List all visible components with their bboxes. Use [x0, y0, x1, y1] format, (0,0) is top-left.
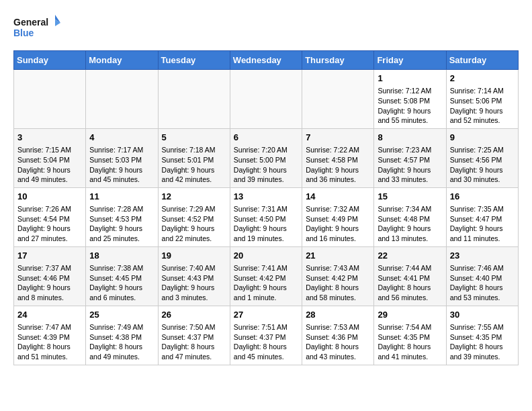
day-info: Sunrise: 7:44 AM — [378, 263, 442, 273]
day-info: Sunset: 4:57 PM — [378, 155, 442, 165]
day-info: Sunset: 4:41 PM — [378, 273, 442, 283]
day-info: Daylight: 9 hours and 16 minutes. — [306, 224, 370, 243]
day-info: Sunset: 4:46 PM — [17, 273, 82, 283]
day-info: Sunrise: 7:15 AM — [17, 145, 82, 155]
day-number: 15 — [378, 191, 442, 203]
calendar-cell — [86, 70, 158, 129]
calendar-cell: 9Sunrise: 7:25 AMSunset: 4:56 PMDaylight… — [446, 128, 518, 187]
day-number: 30 — [450, 309, 515, 321]
day-info: Sunset: 4:47 PM — [450, 214, 515, 224]
day-info: Daylight: 9 hours and 25 minutes. — [89, 224, 154, 243]
day-info: Sunset: 4:40 PM — [450, 273, 515, 283]
calendar-cell: 27Sunrise: 7:51 AMSunset: 4:37 PMDayligh… — [230, 306, 302, 365]
day-info: Daylight: 9 hours and 42 minutes. — [162, 165, 226, 185]
calendar-cell: 29Sunrise: 7:54 AMSunset: 4:35 PMDayligh… — [374, 306, 446, 365]
day-info: Daylight: 9 hours and 13 minutes. — [378, 224, 442, 243]
calendar-cell: 16Sunrise: 7:35 AMSunset: 4:47 PMDayligh… — [446, 187, 518, 246]
day-info: Sunset: 5:01 PM — [162, 155, 226, 165]
day-number: 3 — [17, 132, 82, 144]
day-info: Daylight: 9 hours and 19 minutes. — [234, 224, 298, 243]
day-info: Sunrise: 7:53 AM — [306, 322, 370, 332]
day-number: 21 — [306, 250, 370, 262]
day-info: Daylight: 9 hours and 30 minutes. — [450, 165, 515, 185]
day-info: Daylight: 8 hours and 47 minutes. — [162, 342, 226, 361]
day-info: Sunset: 4:36 PM — [306, 332, 370, 342]
day-info: Sunset: 5:03 PM — [89, 155, 154, 165]
calendar-cell: 1Sunrise: 7:12 AMSunset: 5:08 PMDaylight… — [374, 70, 446, 129]
day-info: Daylight: 9 hours and 39 minutes. — [234, 165, 298, 185]
day-info: Sunrise: 7:47 AM — [17, 322, 82, 332]
day-info: Sunset: 4:45 PM — [89, 273, 154, 283]
day-number: 9 — [450, 132, 515, 144]
day-info: Sunrise: 7:29 AM — [162, 204, 226, 214]
day-number: 6 — [234, 132, 298, 144]
day-info: Daylight: 9 hours and 33 minutes. — [378, 165, 442, 185]
day-info: Sunset: 5:08 PM — [378, 96, 442, 106]
day-info: Sunrise: 7:25 AM — [450, 145, 515, 155]
day-info: Sunrise: 7:43 AM — [306, 263, 370, 273]
calendar-cell: 4Sunrise: 7:17 AMSunset: 5:03 PMDaylight… — [86, 128, 158, 187]
day-number: 14 — [306, 191, 370, 203]
calendar-cell: 18Sunrise: 7:38 AMSunset: 4:45 PMDayligh… — [86, 246, 158, 306]
day-of-week-friday: Friday — [374, 51, 446, 70]
day-info: Sunrise: 7:51 AM — [234, 322, 298, 332]
day-info: Sunset: 4:43 PM — [162, 273, 226, 283]
day-info: Sunset: 4:49 PM — [306, 214, 370, 224]
day-info: Daylight: 8 hours and 51 minutes. — [17, 342, 82, 361]
day-number: 5 — [162, 132, 226, 144]
calendar-cell — [14, 70, 86, 129]
day-info: Sunrise: 7:26 AM — [17, 204, 82, 214]
day-number: 4 — [89, 132, 154, 144]
day-info: Sunset: 4:50 PM — [234, 214, 298, 224]
day-info: Sunrise: 7:32 AM — [306, 204, 370, 214]
day-info: Sunrise: 7:49 AM — [89, 322, 154, 332]
day-info: Sunset: 5:00 PM — [234, 155, 298, 165]
day-info: Daylight: 9 hours and 11 minutes. — [450, 224, 515, 243]
day-info: Sunrise: 7:31 AM — [234, 204, 298, 214]
calendar-cell — [302, 70, 374, 129]
day-info: Sunrise: 7:50 AM — [162, 322, 226, 332]
day-info: Sunrise: 7:41 AM — [234, 263, 298, 273]
day-info: Daylight: 9 hours and 8 minutes. — [17, 283, 82, 302]
day-number: 25 — [89, 309, 154, 321]
day-info: Sunset: 4:35 PM — [378, 332, 442, 342]
day-info: Sunrise: 7:23 AM — [378, 145, 442, 155]
day-info: Sunrise: 7:34 AM — [378, 204, 442, 214]
day-info: Daylight: 9 hours and 36 minutes. — [306, 165, 370, 185]
day-info: Sunrise: 7:37 AM — [17, 263, 82, 273]
calendar-cell: 15Sunrise: 7:34 AMSunset: 4:48 PMDayligh… — [374, 187, 446, 246]
calendar-cell: 14Sunrise: 7:32 AMSunset: 4:49 PMDayligh… — [302, 187, 374, 246]
day-info: Daylight: 8 hours and 41 minutes. — [378, 342, 442, 361]
svg-text:General: General — [13, 17, 48, 28]
day-of-week-monday: Monday — [86, 51, 158, 70]
day-info: Daylight: 9 hours and 6 minutes. — [89, 283, 154, 302]
day-number: 11 — [89, 191, 154, 203]
calendar-cell: 7Sunrise: 7:22 AMSunset: 4:58 PMDaylight… — [302, 128, 374, 187]
svg-text:Blue: Blue — [13, 28, 34, 38]
day-number: 24 — [17, 309, 82, 321]
day-info: Daylight: 8 hours and 39 minutes. — [450, 342, 515, 361]
calendar-cell: 3Sunrise: 7:15 AMSunset: 5:04 PMDaylight… — [14, 128, 86, 187]
calendar-cell: 22Sunrise: 7:44 AMSunset: 4:41 PMDayligh… — [374, 246, 446, 306]
day-info: Sunset: 4:42 PM — [306, 273, 370, 283]
day-info: Sunset: 4:56 PM — [450, 155, 515, 165]
day-number: 1 — [378, 73, 442, 85]
day-info: Daylight: 9 hours and 52 minutes. — [450, 106, 515, 126]
day-number: 13 — [234, 191, 298, 203]
page-header: General Blue — [13, 13, 519, 44]
calendar-cell: 19Sunrise: 7:40 AMSunset: 4:43 PMDayligh… — [158, 246, 230, 306]
day-info: Daylight: 8 hours and 49 minutes. — [89, 342, 154, 361]
day-info: Sunrise: 7:54 AM — [378, 322, 442, 332]
day-info: Sunrise: 7:14 AM — [450, 86, 515, 96]
calendar-cell: 8Sunrise: 7:23 AMSunset: 4:57 PMDaylight… — [374, 128, 446, 187]
day-info: Sunset: 4:39 PM — [17, 332, 82, 342]
day-number: 10 — [17, 191, 82, 203]
day-number: 16 — [450, 191, 515, 203]
day-number: 18 — [89, 250, 154, 262]
day-info: Sunrise: 7:20 AM — [234, 145, 298, 155]
day-info: Sunset: 4:37 PM — [234, 332, 298, 342]
day-info: Daylight: 9 hours and 3 minutes. — [162, 283, 226, 302]
day-info: Sunrise: 7:40 AM — [162, 263, 226, 273]
day-info: Sunset: 4:58 PM — [306, 155, 370, 165]
day-info: Sunset: 5:04 PM — [17, 155, 82, 165]
